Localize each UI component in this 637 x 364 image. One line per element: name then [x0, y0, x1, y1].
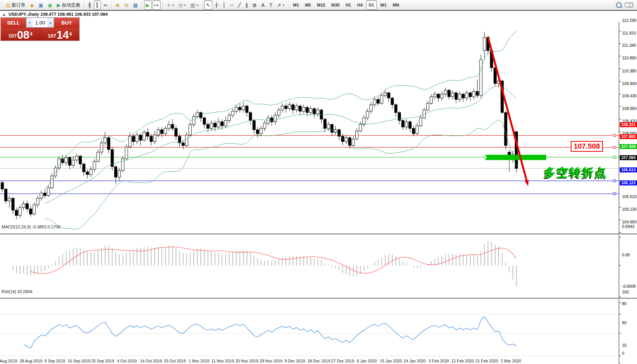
toolbar-grip[interactable] — [162, 2, 164, 8]
volume-control: ▼ ▲ — [26, 18, 54, 28]
trendline-button[interactable]: ╱ — [236, 0, 243, 10]
channel-icon: ∥ — [245, 3, 248, 8]
data-window-icon-icon: ▣ — [38, 3, 43, 8]
navigator-icon-icon: ◉ — [48, 3, 52, 8]
auto-scroll-icon: ▶ — [146, 3, 150, 8]
crosshair-button[interactable]: ┼ — [213, 0, 220, 10]
timeframe-h1-button[interactable]: H1 — [343, 0, 354, 10]
toolbar-grip[interactable] — [141, 2, 143, 8]
new-order-button-label: 新订单 — [11, 2, 25, 8]
main-toolbar: ▤新订单◆▣◉▶自动交易╫║≈⊕⊖▦▶↦+▾◷▾▥▾↖┼│─╱∥≣AT↗▾M1M… — [0, 0, 637, 10]
indicators-button[interactable]: +▾ — [165, 0, 176, 10]
horizontal-line-icon: ─ — [230, 3, 233, 8]
periods-icon: ◷ — [178, 3, 182, 8]
crosshair-icon: ┼ — [215, 3, 218, 8]
history-center-icon-icon: ◆ — [30, 3, 34, 8]
pane-separator[interactable] — [0, 233, 637, 234]
text-icon: A — [261, 3, 265, 8]
toolbar-grip[interactable] — [201, 2, 203, 8]
pane-separator[interactable] — [0, 298, 637, 298]
chevron-down-icon: ▾ — [184, 3, 186, 7]
bar-chart-icon: ╫ — [88, 3, 91, 8]
timeframe-d1-button[interactable]: D1 — [366, 0, 377, 10]
timeframe-m5-button[interactable]: M5 — [302, 0, 314, 10]
vertical-line-icon: │ — [223, 3, 226, 8]
new-order-button[interactable]: ▤新订单 — [4, 0, 27, 10]
indicators-icon: + — [167, 3, 171, 8]
chart-shift-button[interactable]: ↦ — [153, 0, 161, 10]
timeframe-m15-button[interactable]: M15 — [314, 0, 328, 10]
line-chart-button[interactable]: ≈ — [102, 0, 110, 10]
channel-button[interactable]: ∥ — [243, 0, 250, 10]
one-click-trade-panel: SELL ▼ ▲ BUY 107084 107144 — [1, 18, 79, 41]
data-window-icon[interactable]: ▣ — [36, 0, 45, 10]
toolbar-grip[interactable] — [1, 2, 3, 8]
timeframe-mn-button[interactable]: MN — [390, 0, 402, 10]
pane-separator[interactable] — [0, 234, 637, 234]
fibonacci-button[interactable]: ≣ — [251, 0, 259, 10]
arrows-button[interactable]: ↗▾ — [275, 0, 286, 10]
chart-window[interactable] — [0, 11, 637, 364]
cursor-button[interactable]: ↖ — [204, 0, 212, 10]
chevron-down-icon: ▾ — [172, 3, 174, 7]
horizontal-line-button[interactable]: ─ — [228, 0, 235, 10]
zoom-in-button[interactable]: ⊕ — [114, 0, 122, 10]
vertical-line-button[interactable]: │ — [221, 0, 228, 10]
price-chart-pane[interactable] — [0, 21, 637, 233]
trendline-icon: ╱ — [238, 3, 241, 8]
sell-price-display[interactable]: 107084 — [1, 28, 40, 41]
timeframe-m30-button[interactable]: M30 — [328, 0, 342, 10]
zoom-in-icon: ⊕ — [116, 3, 120, 8]
candlestick-button[interactable]: ║ — [94, 0, 101, 10]
buy-button[interactable]: BUY — [54, 18, 79, 28]
macd-pane[interactable] — [0, 235, 637, 298]
periods-button[interactable]: ◷▾ — [176, 0, 187, 10]
timeframe-m1-button[interactable]: M1 — [291, 0, 302, 10]
volume-input[interactable] — [33, 18, 48, 27]
sell-button[interactable]: SELL — [1, 18, 26, 28]
new-order-icon: ▤ — [6, 3, 10, 8]
text-button[interactable]: A — [259, 0, 267, 10]
chevron-down-icon: ▾ — [283, 3, 284, 7]
fibonacci-icon: ≣ — [253, 3, 257, 8]
search-icon[interactable] — [616, 2, 622, 8]
buy-price-display[interactable]: 107144 — [40, 28, 79, 41]
cursor-icon: ↖ — [206, 3, 210, 8]
autotrading-button-label: 自动交易 — [62, 2, 80, 8]
volume-decrease-button[interactable]: ▼ — [26, 18, 33, 27]
candlestick-icon: ║ — [96, 3, 99, 8]
bar-chart-button[interactable]: ╫ — [86, 0, 93, 10]
autotrading-button[interactable]: ▶自动交易 — [55, 0, 82, 10]
timeframe-h4-button[interactable]: H4 — [355, 0, 365, 10]
toolbar-grip[interactable] — [83, 2, 85, 8]
chat-icon[interactable] — [626, 2, 633, 8]
tile-windows-icon: ▦ — [133, 3, 138, 8]
pane-separator[interactable] — [0, 298, 637, 299]
history-center-icon[interactable]: ◆ — [28, 0, 36, 10]
volume-increase-button[interactable]: ▲ — [48, 18, 54, 27]
arrows-icon: ↗ — [277, 3, 281, 8]
toolbar-grip[interactable] — [287, 2, 289, 8]
label-button[interactable]: T — [268, 0, 274, 10]
templates-icon: ▥ — [190, 3, 195, 8]
autotrading-icon: ▶ — [57, 3, 61, 8]
rsi-pane[interactable] — [0, 299, 637, 364]
chart-shift-icon: ↦ — [154, 3, 159, 8]
zoom-out-icon: ⊖ — [124, 3, 128, 8]
chevron-down-icon: ▾ — [197, 3, 198, 7]
tile-windows-button[interactable]: ▦ — [131, 0, 140, 10]
templates-button[interactable]: ▥▾ — [189, 0, 200, 10]
navigator-icon[interactable]: ◉ — [46, 0, 54, 10]
zoom-out-button[interactable]: ⊖ — [122, 0, 130, 10]
label-icon: T — [269, 3, 273, 8]
toolbar-grip[interactable] — [111, 2, 113, 8]
trade-panel-toggle[interactable]: ▲ — [2, 13, 6, 16]
line-chart-icon: ≈ — [103, 3, 108, 8]
auto-scroll-button[interactable]: ▶ — [144, 0, 152, 10]
timeframe-w1-button[interactable]: W1 — [378, 0, 389, 10]
